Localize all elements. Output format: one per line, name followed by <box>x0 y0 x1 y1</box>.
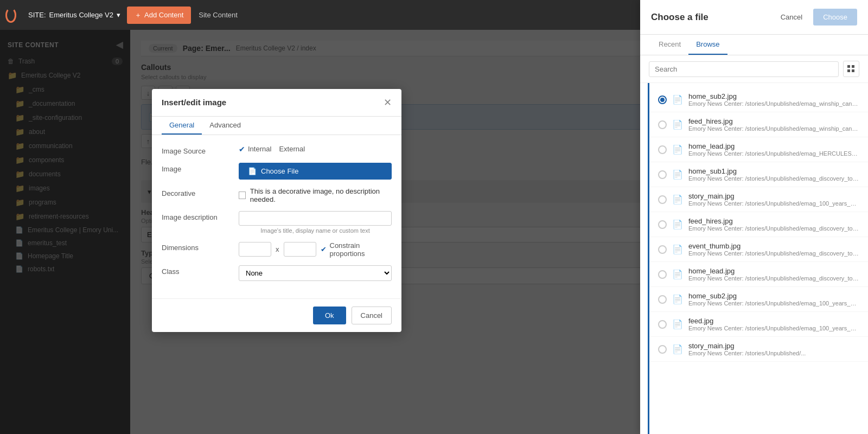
file-path: Emory News Center: /stories/Unpublished/… <box>688 200 859 207</box>
file-radio[interactable] <box>658 295 667 304</box>
file-path: Emory News Center: /stories/Unpublished/… <box>688 325 859 331</box>
height-input[interactable] <box>284 242 316 257</box>
dialog-close-icon[interactable]: ✕ <box>384 97 392 108</box>
file-doc-icon: 📄 <box>672 219 683 229</box>
file-radio[interactable] <box>658 245 667 254</box>
add-content-button[interactable]: ＋ Add Content <box>127 7 191 24</box>
file-name: home_lead.jpg <box>688 142 859 150</box>
image-row: Image 📄 Choose File <box>162 163 392 180</box>
svg-rect-5 <box>847 65 850 68</box>
dialog-tab-advanced[interactable]: Advanced <box>202 117 248 135</box>
file-info: home_sub2.jpg Emory News Center: /storie… <box>688 92 859 107</box>
cancel-button[interactable]: Cancel <box>352 307 392 324</box>
file-radio[interactable] <box>658 270 667 279</box>
image-desc-input[interactable] <box>239 211 392 226</box>
file-radio[interactable] <box>658 320 667 329</box>
checkmark-icon: ✔ <box>239 145 245 154</box>
file-doc-icon: 📄 <box>672 319 683 329</box>
fc-tab-browse[interactable]: Browse <box>688 35 727 55</box>
grid-view-button[interactable] <box>843 61 859 77</box>
file-chooser-title: Choose a file <box>651 12 709 23</box>
logo <box>0 0 22 30</box>
image-source-options: ✔ Internal External <box>239 145 392 154</box>
dialog-tabs: General Advanced <box>152 117 401 135</box>
image-desc-row: Image description Image's title, display… <box>162 211 392 234</box>
file-path: Emory News Center: /stories/Unpublished/… <box>688 225 859 232</box>
file-name: home_sub2.jpg <box>688 292 859 300</box>
file-name: event_thumb.jpg <box>688 242 859 250</box>
choose-file-container: 📄 Choose File <box>239 163 392 180</box>
file-info: home_sub1.jpg Emory News Center: /storie… <box>688 167 859 182</box>
file-list-item[interactable]: 📄 feed_hires.jpg Emory News Center: /sto… <box>649 112 868 137</box>
file-name: feed.jpg <box>688 317 859 325</box>
file-name: home_sub2.jpg <box>688 92 859 100</box>
file-list-item[interactable]: 📄 home_lead.jpg Emory News Center: /stor… <box>649 262 868 287</box>
file-info: home_lead.jpg Emory News Center: /storie… <box>688 267 859 282</box>
file-list-item[interactable]: 📄 home_sub2.jpg Emory News Center: /stor… <box>649 87 868 112</box>
file-chooser-search-input[interactable] <box>649 61 839 77</box>
file-doc-icon: 📄 <box>672 94 683 105</box>
file-info: feed_hires.jpg Emory News Center: /stori… <box>688 117 859 132</box>
svg-rect-6 <box>852 65 854 68</box>
class-select[interactable]: None <box>239 265 392 281</box>
file-path: Emory News Center: /stories/Unpublished/… <box>688 300 859 307</box>
dialog-body: Image Source ✔ Internal External Image <box>152 135 401 298</box>
file-radio[interactable] <box>658 170 667 179</box>
file-list-item[interactable]: 📄 home_sub2.jpg Emory News Center: /stor… <box>649 287 868 312</box>
file-info: event_thumb.jpg Emory News Center: /stor… <box>688 242 859 257</box>
file-doc-icon: 📄 <box>672 244 683 254</box>
source-external-option[interactable]: External <box>279 145 305 153</box>
file-list-item[interactable]: 📄 feed.jpg Emory News Center: /stories/U… <box>649 312 868 337</box>
file-list-item[interactable]: 📄 feed_hires.jpg Emory News Center: /sto… <box>649 212 868 237</box>
x-separator: x <box>276 245 279 253</box>
class-row: Class None <box>162 265 392 281</box>
file-doc-icon: 📄 <box>672 294 683 304</box>
image-source-row: Image Source ✔ Internal External <box>162 145 392 155</box>
file-name: home_lead.jpg <box>688 267 859 275</box>
file-path: Emory News Center: /stories/Unpublished/… <box>688 275 859 282</box>
file-list-item[interactable]: 📄 home_sub1.jpg Emory News Center: /stor… <box>649 162 868 187</box>
decorative-checkbox[interactable] <box>239 192 246 199</box>
site-selector[interactable]: SITE: Emeritus College V2 ▾ <box>22 11 127 19</box>
svg-rect-8 <box>852 69 854 72</box>
file-path: Emory News Center: /stories/Unpublished/… <box>688 350 859 356</box>
file-info: home_lead.jpg Emory News Center: /storie… <box>688 142 859 157</box>
dimensions-container: x ✔ Constrain proportions <box>239 241 392 258</box>
file-radio[interactable] <box>658 120 667 129</box>
file-doc-icon: 📄 <box>672 119 683 130</box>
file-radio[interactable] <box>658 145 667 154</box>
file-list-item[interactable]: 📄 story_main.jpg Emory News Center: /sto… <box>649 337 868 362</box>
chevron-down-icon: ▾ <box>117 11 120 19</box>
image-label: Image <box>162 163 232 173</box>
file-list-item[interactable]: 📄 event_thumb.jpg Emory News Center: /st… <box>649 237 868 262</box>
file-info: feed.jpg Emory News Center: /stories/Unp… <box>688 317 859 331</box>
file-radio[interactable] <box>658 345 667 354</box>
file-name: story_main.jpg <box>688 192 859 200</box>
file-path: Emory News Center: /stories/Unpublished/… <box>688 250 859 257</box>
fc-tab-recent[interactable]: Recent <box>651 35 688 55</box>
dialog-tab-general[interactable]: General <box>162 117 202 135</box>
file-list-item[interactable]: 📄 story_main.jpg Emory News Center: /sto… <box>649 187 868 212</box>
file-list-item[interactable]: 📄 home_lead.jpg Emory News Center: /stor… <box>649 137 868 162</box>
source-internal-option[interactable]: ✔ Internal <box>239 145 271 154</box>
file-name: feed_hires.jpg <box>688 217 859 225</box>
file-info: feed_hires.jpg Emory News Center: /stori… <box>688 217 859 232</box>
file-radio[interactable] <box>658 195 667 204</box>
constrain-option[interactable]: ✔ Constrain proportions <box>321 241 392 258</box>
file-path: Emory News Center: /stories/Unpublished/… <box>688 175 859 182</box>
file-doc-icon: 📄 <box>672 169 683 180</box>
ok-button[interactable]: Ok <box>313 307 346 324</box>
site-content-button[interactable]: Site Content <box>191 11 245 19</box>
decorative-row: Decorative This is a decorative image, n… <box>162 187 392 203</box>
choose-file-button[interactable]: 📄 Choose File <box>239 163 392 180</box>
width-input[interactable] <box>239 242 271 257</box>
file-doc-icon: 📄 <box>672 344 683 354</box>
file-radio[interactable] <box>658 95 667 104</box>
class-label: Class <box>162 265 232 276</box>
file-chooser-cancel-button[interactable]: Cancel <box>775 10 808 24</box>
file-chooser-choose-button[interactable]: Choose <box>813 9 857 25</box>
file-chooser-actions: Cancel Choose <box>775 9 857 25</box>
file-radio[interactable] <box>658 220 667 229</box>
dialog-title: Insert/edit image <box>162 98 226 107</box>
file-chooser-tabs: Recent Browse <box>640 35 868 55</box>
